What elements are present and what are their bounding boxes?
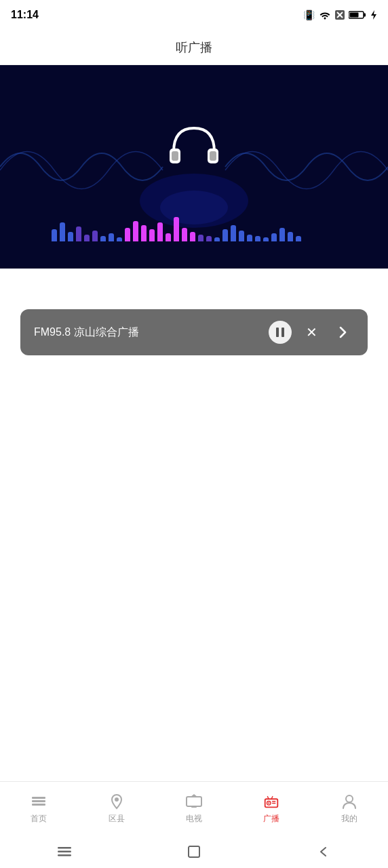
chevron-right-icon [337, 326, 348, 339]
district-nav-icon [108, 793, 125, 810]
bottom-nav: 首页 区县 电视 [0, 781, 388, 835]
sys-back-icon [317, 845, 330, 859]
eq-bar [84, 235, 90, 241]
eq-bar [296, 236, 301, 241]
eq-bar [255, 236, 260, 241]
eq-bar [190, 232, 195, 241]
eq-bar [109, 233, 114, 241]
eq-bar [271, 233, 277, 241]
nav-label-home: 首页 [31, 813, 47, 825]
home-nav-icon [30, 793, 47, 810]
eq-bar [182, 228, 187, 241]
tv-nav-icon [185, 793, 203, 810]
svg-rect-11 [210, 151, 216, 161]
eq-bar [141, 225, 147, 241]
eq-bar [166, 233, 171, 241]
player-title: FM95.8 凉山综合广播 [34, 326, 260, 340]
close-button[interactable]: ✕ [300, 321, 323, 344]
svg-rect-13 [282, 328, 284, 337]
eq-bar [279, 228, 285, 241]
x-icon [335, 10, 345, 20]
status-icons: 📳 [303, 9, 377, 20]
eq-bar [100, 236, 106, 241]
svg-rect-31 [58, 854, 71, 856]
sys-menu-button[interactable] [50, 837, 79, 867]
eq-bar [92, 231, 98, 241]
status-time: 11:14 [11, 9, 39, 21]
sys-menu-icon [56, 846, 73, 858]
eq-bar [247, 235, 252, 241]
nav-label-district: 区县 [109, 813, 125, 825]
sys-back-button[interactable] [309, 837, 338, 867]
eq-bar [198, 235, 203, 241]
pause-button[interactable] [269, 321, 292, 344]
eq-bar [117, 237, 122, 241]
sys-home-button[interactable] [179, 837, 209, 867]
wifi-icon [319, 10, 331, 20]
nav-item-tv[interactable]: 电视 [155, 787, 233, 830]
svg-rect-12 [276, 328, 279, 337]
eq-bar [68, 232, 73, 241]
svg-rect-24 [272, 801, 276, 802]
svg-point-23 [269, 802, 270, 804]
svg-rect-4 [364, 14, 366, 17]
status-bar: 11:14 📳 [0, 0, 388, 30]
headphones-icon [167, 125, 221, 172]
eq-bar [76, 226, 81, 241]
eq-bar [222, 229, 228, 241]
svg-rect-25 [272, 803, 276, 804]
svg-rect-5 [350, 13, 359, 18]
battery-icon [349, 10, 366, 20]
player-bar: FM95.8 凉山综合广播 ✕ [20, 309, 368, 355]
nav-item-radio[interactable]: 广播 [233, 787, 310, 830]
equalizer [52, 217, 336, 241]
eq-bar [60, 222, 65, 241]
main-content: FM95.8 凉山综合广播 ✕ [0, 269, 388, 781]
app-header: 听广播 [0, 30, 388, 65]
mine-nav-icon [341, 793, 358, 810]
nav-item-home[interactable]: 首页 [0, 787, 77, 830]
eq-bar [231, 225, 236, 241]
charge-icon [370, 10, 377, 20]
eq-bar [174, 217, 179, 241]
eq-bar [214, 237, 220, 241]
svg-rect-15 [32, 800, 45, 802]
banner [0, 65, 388, 269]
svg-rect-16 [32, 804, 45, 806]
page-title: 听广播 [176, 39, 212, 56]
nav-item-district[interactable]: 区县 [77, 787, 155, 830]
eq-bar [133, 221, 138, 241]
system-nav-bar [0, 835, 388, 868]
nav-label-tv: 电视 [186, 813, 202, 825]
svg-point-28 [346, 795, 353, 802]
eq-bar [157, 222, 163, 241]
svg-marker-20 [191, 794, 197, 797]
svg-rect-30 [58, 851, 71, 853]
eq-bar [149, 229, 155, 241]
eq-bar [206, 236, 212, 241]
svg-rect-32 [189, 846, 199, 857]
eq-bar [263, 237, 269, 241]
nav-label-radio: 广播 [263, 813, 279, 825]
close-icon: ✕ [306, 324, 317, 340]
pause-icon [275, 327, 285, 338]
radio-nav-icon [263, 793, 280, 810]
back-button[interactable] [331, 321, 354, 344]
svg-rect-10 [172, 151, 178, 161]
eq-bar [125, 228, 130, 241]
eq-bar [288, 232, 293, 241]
nav-item-mine[interactable]: 我的 [311, 787, 388, 830]
vibrate-icon: 📳 [303, 9, 315, 20]
svg-rect-14 [32, 797, 45, 799]
eq-bar [239, 231, 244, 241]
eq-bar [52, 229, 57, 241]
nav-label-mine: 我的 [341, 813, 357, 825]
sys-home-icon [187, 845, 201, 859]
svg-rect-18 [187, 797, 201, 806]
svg-rect-29 [58, 847, 71, 849]
svg-point-17 [115, 797, 119, 802]
svg-rect-19 [191, 806, 197, 808]
